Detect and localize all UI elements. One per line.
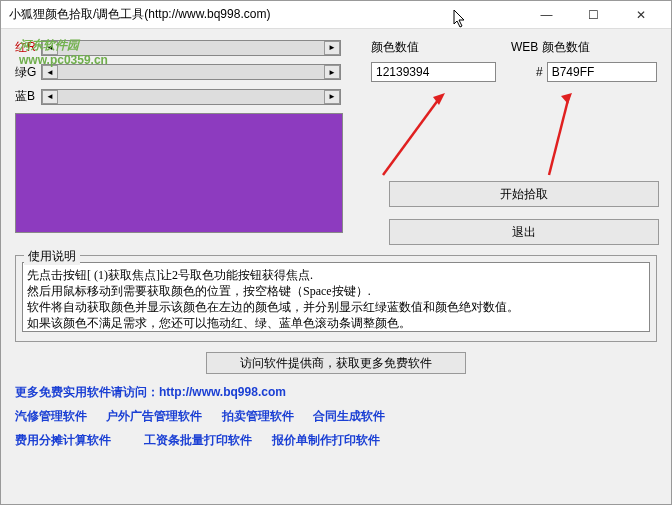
web-color-value-label: WEB 颜色数值 bbox=[511, 39, 590, 56]
color-value-label: 颜色数值 bbox=[371, 39, 451, 56]
link-item[interactable]: 报价单制作打印软件 bbox=[272, 433, 380, 447]
vendor-url[interactable]: http://www.bq998.com bbox=[159, 385, 286, 399]
link-item[interactable]: 费用分摊计算软件 bbox=[15, 433, 111, 447]
slider-left-arrow[interactable]: ◄ bbox=[42, 65, 58, 79]
arrow-annotation bbox=[541, 93, 591, 183]
slider-left-arrow[interactable]: ◄ bbox=[42, 90, 58, 104]
red-label: 红R bbox=[15, 39, 41, 56]
svg-line-0 bbox=[383, 96, 441, 175]
link-item[interactable]: 拍卖管理软件 bbox=[222, 409, 294, 423]
red-slider[interactable]: ◄ ► bbox=[41, 40, 341, 56]
hash-symbol: # bbox=[536, 65, 543, 79]
maximize-button[interactable]: ☐ bbox=[571, 5, 616, 25]
instructions-text[interactable] bbox=[22, 262, 650, 332]
color-preview bbox=[15, 113, 343, 233]
link-item[interactable]: 汽修管理软件 bbox=[15, 409, 87, 423]
green-slider[interactable]: ◄ ► bbox=[41, 64, 341, 80]
slider-right-arrow[interactable]: ► bbox=[324, 90, 340, 104]
green-label: 绿G bbox=[15, 64, 41, 81]
hex-value-input[interactable] bbox=[547, 62, 657, 82]
start-pick-button[interactable]: 开始拾取 bbox=[389, 181, 659, 207]
link-item[interactable]: 工资条批量打印软件 bbox=[144, 433, 252, 447]
link-item[interactable]: 合同生成软件 bbox=[313, 409, 385, 423]
close-button[interactable]: ✕ bbox=[618, 5, 663, 25]
instructions-title: 使用说明 bbox=[24, 248, 80, 265]
decimal-value-input[interactable] bbox=[371, 62, 496, 82]
window-title: 小狐狸颜色拾取/调色工具(http://www.bq998.com) bbox=[9, 6, 524, 23]
visit-vendor-button[interactable]: 访问软件提供商，获取更多免费软件 bbox=[206, 352, 466, 374]
blue-label: 蓝B bbox=[15, 88, 41, 105]
arrow-annotation bbox=[371, 93, 451, 183]
link-item[interactable]: 户外广告管理软件 bbox=[106, 409, 202, 423]
slider-right-arrow[interactable]: ► bbox=[324, 65, 340, 79]
slider-right-arrow[interactable]: ► bbox=[324, 41, 340, 55]
minimize-button[interactable]: — bbox=[524, 5, 569, 25]
svg-line-2 bbox=[549, 96, 569, 175]
exit-button[interactable]: 退出 bbox=[389, 219, 659, 245]
slider-left-arrow[interactable]: ◄ bbox=[42, 41, 58, 55]
links-section: 更多免费实用软件请访问：http://www.bq998.com 汽修管理软件 … bbox=[15, 380, 657, 452]
more-software-label: 更多免费实用软件请访问： bbox=[15, 385, 159, 399]
blue-slider[interactable]: ◄ ► bbox=[41, 89, 341, 105]
